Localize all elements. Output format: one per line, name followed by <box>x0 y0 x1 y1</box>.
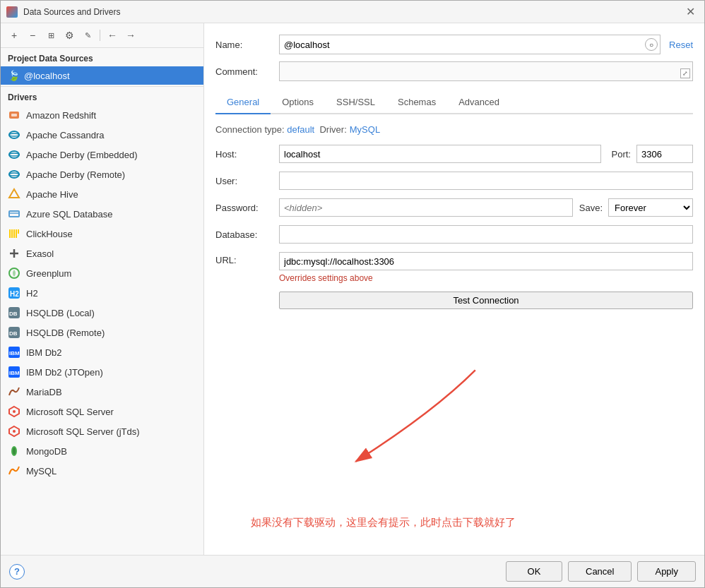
driver-label: Amazon Redshift <box>26 110 96 121</box>
name-input[interactable] <box>279 35 660 54</box>
save-select[interactable]: Forever Until restart Never <box>608 198 693 217</box>
driver-link[interactable]: MySQL <box>350 124 380 135</box>
driver-item-hsqldb-remote[interactable]: DB HSQLDB (Remote) <box>1 323 203 342</box>
ibm-icon: IBM <box>8 346 20 359</box>
driver-item-apache-cassandra[interactable]: Apache Cassandra <box>1 125 203 145</box>
main-window: Data Sources and Drivers ✕ + − ⊞ ⚙ ✎ ← →… <box>0 0 705 588</box>
driver-item-mongodb[interactable]: MongoDB <box>1 441 203 461</box>
svg-rect-14 <box>16 229 17 238</box>
back-button[interactable]: ← <box>105 28 120 43</box>
forward-button[interactable]: → <box>123 28 138 43</box>
driver-item-mysql[interactable]: MySQL <box>1 461 203 481</box>
driver-item-hsqldb-local[interactable]: DB HSQLDB (Local) <box>1 303 203 323</box>
name-row: Name: ○ Reset <box>215 35 693 54</box>
driver-label: Azure SQL Database <box>26 209 112 220</box>
h2-icon: H2 <box>8 287 20 299</box>
svg-point-7 <box>9 173 19 176</box>
mysql-icon <box>8 464 20 477</box>
mariadb-icon <box>8 385 20 398</box>
svg-rect-11 <box>9 229 11 238</box>
derby-remote-icon <box>8 168 20 181</box>
svg-rect-12 <box>11 229 13 238</box>
close-button[interactable]: ✕ <box>682 4 699 20</box>
edit-button[interactable]: ✎ <box>80 28 95 43</box>
url-input[interactable] <box>279 252 693 270</box>
svg-text:DB: DB <box>9 330 18 337</box>
expand-button[interactable]: ⤢ <box>680 68 690 78</box>
driver-label: HSQLDB (Local) <box>26 308 95 318</box>
driver-label: MariaDB <box>26 387 62 397</box>
driver-label: IBM Db2 (JTOpen) <box>26 367 103 378</box>
svg-point-3 <box>9 133 19 136</box>
driver-label: Microsoft SQL Server (jTds) <box>26 426 140 437</box>
test-connection-button[interactable]: Test Connection <box>279 292 693 309</box>
apply-button[interactable]: Apply <box>637 561 696 582</box>
driver-item-ibm-db2-jtopen[interactable]: IBM IBM Db2 (JTOpen) <box>1 362 203 382</box>
driver-label: MongoDB <box>26 446 67 457</box>
overrides-text: Overrides settings above <box>279 273 693 283</box>
driver-item-apache-derby-embedded[interactable]: Apache Derby (Embedded) <box>1 145 203 164</box>
svg-rect-1 <box>11 114 17 116</box>
driver-label: MySQL <box>26 466 57 476</box>
user-input[interactable] <box>279 172 693 190</box>
annotation-arrow <box>215 309 693 544</box>
mssql-jtds-icon <box>8 425 20 438</box>
driver-item-ibm-db2[interactable]: IBM IBM Db2 <box>1 342 203 362</box>
password-input[interactable] <box>279 198 573 217</box>
settings-button[interactable]: ⚙ <box>61 28 77 43</box>
user-label: User: <box>215 176 279 186</box>
host-input[interactable] <box>279 145 601 163</box>
name-label: Name: <box>215 40 279 50</box>
cassandra-icon <box>8 128 20 141</box>
driver-item-apache-derby-remote[interactable]: Apache Derby (Remote) <box>1 164 203 184</box>
remove-button[interactable]: − <box>25 28 40 43</box>
driver-item-mariadb[interactable]: MariaDB <box>1 382 203 402</box>
tab-schemas[interactable]: Schemas <box>386 91 447 114</box>
driver-label: Driver: <box>319 124 346 135</box>
tab-ssh-ssl[interactable]: SSH/SSL <box>325 91 386 114</box>
svg-rect-13 <box>13 229 15 238</box>
tab-general[interactable]: General <box>215 91 271 114</box>
window-title: Data Sources and Drivers <box>23 7 682 17</box>
datasource-item-localhost[interactable]: 🍃 @localhost <box>1 66 203 85</box>
reset-button[interactable]: Reset <box>669 40 693 50</box>
driver-label: Apache Cassandra <box>26 130 105 140</box>
comment-input[interactable] <box>279 61 693 81</box>
connection-type-link[interactable]: default <box>287 124 314 135</box>
comment-label: Comment: <box>215 66 279 77</box>
comment-row: Comment: ⤢ <box>215 61 693 81</box>
host-port-row: Host: Port: <box>215 145 693 163</box>
main-content: + − ⊞ ⚙ ✎ ← → Project Data Sources 🍃 @lo… <box>1 23 704 555</box>
svg-point-2 <box>9 131 19 138</box>
driver-label: HSQLDB (Remote) <box>26 328 105 338</box>
cancel-button[interactable]: Cancel <box>568 561 632 582</box>
ok-button[interactable]: OK <box>506 561 562 582</box>
add-button[interactable]: + <box>6 28 22 43</box>
port-input[interactable] <box>636 145 693 163</box>
driver-item-h2[interactable]: H2 H2 <box>1 283 203 303</box>
driver-item-apache-hive[interactable]: Apache Hive <box>1 184 203 204</box>
project-section-title: Project Data Sources <box>1 48 203 66</box>
hive-icon <box>8 188 20 200</box>
driver-item-greenplum[interactable]: Greenplum <box>1 263 203 283</box>
user-row: User: <box>215 172 693 190</box>
driver-label: Exasol <box>26 248 54 259</box>
copy-button[interactable]: ⊞ <box>43 28 59 43</box>
driver-item-clickhouse[interactable]: ClickHouse <box>1 224 203 244</box>
drivers-list: Amazon Redshift Apache Cassandra Apache … <box>1 105 203 555</box>
driver-item-mssql[interactable]: Microsoft SQL Server <box>1 402 203 421</box>
driver-item-exasol[interactable]: Exasol <box>1 244 203 263</box>
host-label: Host: <box>215 149 279 160</box>
circle-button[interactable]: ○ <box>645 38 658 51</box>
driver-label: ClickHouse <box>26 229 73 239</box>
database-input[interactable] <box>279 225 693 244</box>
help-button[interactable]: ? <box>9 564 25 580</box>
tab-advanced[interactable]: Advanced <box>447 91 511 114</box>
driver-item-mssql-jtds[interactable]: Microsoft SQL Server (jTds) <box>1 421 203 441</box>
clickhouse-icon <box>8 227 20 240</box>
driver-item-azure-sql[interactable]: Azure SQL Database <box>1 204 203 224</box>
svg-marker-8 <box>9 189 19 198</box>
svg-text:H2: H2 <box>10 290 19 298</box>
driver-item-amazon-redshift[interactable]: Amazon Redshift <box>1 105 203 125</box>
tab-options[interactable]: Options <box>271 91 325 114</box>
